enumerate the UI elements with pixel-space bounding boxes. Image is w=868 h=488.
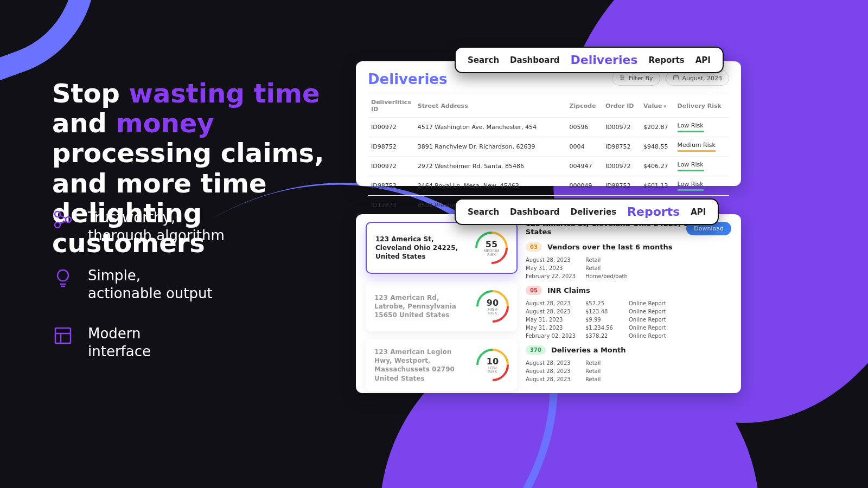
svg-point-2 [66, 217, 71, 222]
reports-card: Download 123 America St, Cleveland Ohio … [356, 214, 741, 393]
gauge-value: 10 [487, 356, 499, 367]
nav-item-reports[interactable]: Reports [627, 205, 680, 219]
deliveries-card: Deliveries Filter By August, 2023 Delive… [356, 61, 741, 186]
svg-rect-4 [55, 328, 71, 343]
feature-text: Moderninterface [88, 325, 151, 360]
svg-point-3 [58, 270, 68, 281]
report-section-title: 05 INR Claims [526, 286, 731, 295]
gauge-label: LOWRISK [488, 367, 497, 374]
address-card[interactable]: 123 American Legion Hwy, Westport, Massa… [366, 339, 518, 391]
col-order-id[interactable]: Order ID [602, 94, 640, 118]
cell-id: ID00972 [368, 118, 414, 137]
address-text: 123 American Rd, Latrobe, Pennsylvania 1… [374, 293, 470, 320]
table-row[interactable]: ID98752 2464 Royal Ln. Mesa, New, 45463 … [368, 176, 729, 196]
bulb-icon [52, 267, 74, 288]
cell-oid: ID00972 [602, 118, 640, 137]
count-badge: 03 [526, 242, 542, 252]
report-section: 370 Deliveries a Month August 28, 2023Re… [526, 345, 731, 383]
gauge-value: 90 [487, 298, 499, 308]
svg-point-10 [621, 75, 622, 76]
filter-button[interactable]: Filter By [612, 71, 660, 86]
address-card[interactable]: 123 America St, Cleveland Ohio 24225, Un… [366, 222, 518, 274]
nav-item-dashboard[interactable]: Dashboard [510, 55, 559, 65]
chevron-down-icon: ▾ [664, 104, 667, 109]
report-section-title: 370 Deliveries a Month [526, 345, 731, 355]
calendar-icon [673, 74, 679, 82]
address-text: 123 America St, Cleveland Ohio 24225, Un… [375, 235, 469, 261]
cell-val: $202.87 [640, 118, 674, 137]
report-row: May 31, 2023$1,234.56Online Report [526, 324, 731, 332]
nodes-icon [52, 209, 74, 230]
cell-val: $406.27 [640, 157, 674, 176]
cell-addr: 2464 Royal Ln. Mesa, New, 45463 [414, 176, 566, 196]
date-button[interactable]: August, 2023 [666, 71, 729, 86]
col-delivery-risk[interactable]: Delivery Risk [674, 94, 729, 118]
count-badge: 05 [526, 286, 542, 295]
report-section: 03 Vendors over the last 6 months August… [526, 242, 731, 280]
cell-risk: Medium Risk [674, 137, 729, 157]
nav-pill-deliveries: SearchDashboardDeliveriesReportsAPI [455, 47, 724, 73]
report-row: August 28, 2023$123.48Online Report [526, 307, 731, 316]
svg-point-12 [621, 79, 622, 80]
cell-id: ID98752 [368, 137, 414, 157]
report-row: August 28, 2023$57.25Online Report [526, 299, 731, 307]
cell-zip: 0004 [566, 137, 602, 157]
cell-zip: 00596 [566, 118, 602, 137]
table-row[interactable]: ID00972 4517 Washington Ave. Manchester,… [368, 118, 729, 137]
report-row: February 22, 2023Home/bed/bath [526, 272, 731, 280]
table-row[interactable]: ID98752 3891 Ranchview Dr. Richardson, 6… [368, 137, 729, 157]
report-row: May 31, 2023Retail [526, 264, 731, 272]
cell-oid: ID00972 [602, 157, 640, 176]
feature-item: Simple,actionable output [52, 267, 323, 302]
report-row: February 02, 2023$378.22Online Report [526, 332, 731, 340]
risk-gauge: 10 LOWRISK [476, 349, 509, 381]
nav-item-deliveries[interactable]: Deliveries [571, 207, 617, 217]
nav-item-reports[interactable]: Reports [649, 55, 685, 65]
svg-point-0 [55, 211, 60, 217]
risk-gauge: 55 MEDIUMRISK [475, 232, 508, 264]
nav-item-dashboard[interactable]: Dashboard [510, 207, 559, 217]
address-text: 123 American Legion Hwy, Westport, Massa… [374, 348, 470, 383]
nav-item-api[interactable]: API [695, 55, 711, 65]
gauge-label: HIGHRISK [488, 308, 497, 316]
deliveries-table: Deliverlitics IDStreet AddressZipcodeOrd… [368, 94, 729, 215]
feature-item: Moderninterface [52, 325, 323, 360]
cell-zip: 004947 [566, 157, 602, 176]
col-value[interactable]: Value▾ [640, 94, 674, 118]
col-street-address[interactable]: Street Address [414, 94, 566, 118]
risk-gauge: 90 HIGHRISK [476, 290, 509, 323]
count-badge: 370 [526, 345, 546, 355]
table-row[interactable]: ID00972 2972 Westheimer Rd. Santa, 85486… [368, 157, 729, 176]
nav-item-search[interactable]: Search [468, 207, 499, 217]
cell-id: ID00972 [368, 157, 414, 176]
cell-risk: Low Risk [674, 157, 729, 176]
cell-zip: 000049 [566, 176, 602, 196]
svg-point-1 [55, 222, 60, 228]
gauge-label: MEDIUMRISK [483, 249, 499, 257]
col-deliverlitics-id[interactable]: Deliverlitics ID [368, 94, 414, 118]
col-zipcode[interactable]: Zipcode [566, 94, 602, 118]
nav-item-deliveries[interactable]: Deliveries [571, 53, 638, 67]
nav-pill-reports: SearchDashboardDeliveriesReportsAPI [455, 198, 719, 225]
cell-risk: Low Risk [674, 176, 729, 196]
cell-id: ID12873 [368, 196, 414, 215]
cell-id: ID98752 [368, 176, 414, 196]
nav-item-search[interactable]: Search [468, 55, 499, 65]
features-list: Trustworthy,thorough algorithm Simple,ac… [52, 209, 323, 383]
svg-rect-13 [673, 76, 678, 80]
address-card[interactable]: 123 American Rd, Latrobe, Pennsylvania 1… [366, 281, 518, 331]
cell-val: $601.13 [640, 176, 674, 196]
cell-addr: 4517 Washington Ave. Manchester, 454 [414, 118, 566, 137]
report-row: August 28, 2023Retail [526, 367, 731, 375]
report-section: 05 INR Claims August 28, 2023$57.25Onlin… [526, 286, 731, 340]
sliders-icon [619, 74, 626, 82]
gauge-value: 55 [486, 239, 497, 249]
report-row: August 28, 2023Retail [526, 375, 731, 383]
report-section-title: 03 Vendors over the last 6 months [526, 242, 731, 252]
feature-text: Trustworthy,thorough algorithm [88, 209, 225, 244]
feature-text: Simple,actionable output [88, 267, 213, 302]
cell-oid: ID98752 [602, 176, 640, 196]
nav-item-api[interactable]: API [691, 207, 706, 217]
cell-risk: Low Risk [674, 118, 729, 137]
cell-addr: 2972 Westheimer Rd. Santa, 85486 [414, 157, 566, 176]
